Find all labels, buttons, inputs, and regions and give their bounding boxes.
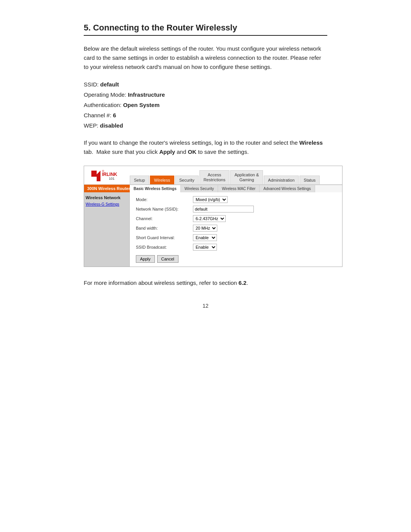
logo-area: IRLINK ® 101 — [84, 168, 130, 184]
mode-select[interactable]: Mixed (n/g/b) — [193, 196, 228, 203]
settings-block: SSID: default Operating Mode: Infrastruc… — [84, 79, 327, 131]
mode-row: Mode: Mixed (n/g/b) — [136, 196, 336, 203]
tab-setup[interactable]: Setup — [130, 176, 149, 184]
intro-paragraph: Below are the default wireless settings … — [84, 44, 327, 72]
auth-value: Open System — [123, 102, 159, 108]
sub-tab-wireless-security[interactable]: Wireless Security — [181, 185, 218, 192]
wep-label: WEP: — [84, 122, 100, 129]
guard-interval-select[interactable]: Enable Disable — [193, 234, 217, 241]
svg-text:®: ® — [102, 169, 104, 173]
svg-marker-0 — [91, 171, 100, 181]
tab-administration[interactable]: Administration — [264, 176, 299, 184]
ui-main-area: Wireless Network Wireless-G Settings Mod… — [84, 192, 342, 267]
tab-security[interactable]: Security — [175, 176, 199, 184]
ok-bold: OK — [188, 149, 196, 155]
router-name-label: 300N Wireless Router — [84, 185, 130, 192]
svg-text:101: 101 — [109, 177, 115, 181]
channel-label: Channel #: — [84, 112, 113, 118]
mode-field-label: Mode: — [136, 197, 193, 202]
apply-button[interactable]: Apply — [136, 255, 155, 263]
page-number: 12 — [84, 303, 327, 309]
bandwidth-select[interactable]: 20 MHz 40 MHz — [193, 225, 217, 232]
guard-interval-label: Short Guard Interval: — [136, 235, 193, 240]
cancel-button[interactable]: Cancel — [157, 255, 178, 263]
ui-content-area: Mode: Mixed (n/g/b) Network Name (SSID):… — [130, 192, 342, 267]
channel-row: Channel: 6-2.437GHz — [136, 215, 336, 222]
router-ui-screenshot: IRLINK ® 101 Setup Wireless Security Acc… — [84, 166, 342, 267]
ssid-label: SSID: — [84, 81, 100, 88]
ssid-broadcast-select[interactable]: Enable Disable — [193, 244, 217, 251]
sub-tabs: Basic Wireless Settings Wireless Securit… — [130, 185, 342, 192]
ssid-field-label: Network Name (SSID): — [136, 207, 193, 211]
outro-section-bold: 6.2 — [239, 280, 247, 286]
bandwidth-field-label: Band width: — [136, 226, 193, 230]
page-title: 5. Connecting to the Router Wirelessly — [84, 23, 327, 36]
channel-field-label: Channel: — [136, 216, 193, 221]
outro-end: . — [247, 280, 248, 286]
wireless-bold: Wireless — [299, 139, 323, 146]
mode-line: Operating Mode: Infrastructure — [84, 89, 327, 100]
apply-bold: Apply — [159, 149, 175, 155]
tab-application-gaming[interactable]: Application &Gaming — [230, 170, 263, 184]
bandwidth-row: Band width: 20 MHz 40 MHz — [136, 225, 336, 232]
sidebar-link-wireless-g[interactable]: Wireless-G Settings — [86, 202, 128, 206]
page-container: 5. Connecting to the Router Wirelessly B… — [57, 0, 354, 532]
ssid-row: Network Name (SSID): — [136, 206, 336, 212]
ssid-broadcast-label: SSID Broadcast: — [136, 245, 193, 249]
channel-select[interactable]: 6-2.437GHz — [193, 215, 226, 222]
channel-line: Channel #: 6 — [84, 110, 327, 120]
middle-paragraph: If you want to change the router's wirel… — [84, 138, 327, 157]
auth-line: Authentication: Open System — [84, 100, 327, 110]
channel-value: 6 — [113, 112, 116, 118]
tab-wireless[interactable]: Wireless — [150, 176, 174, 184]
button-row: Apply Cancel — [136, 255, 336, 263]
outro-text: For more information about wireless sett… — [84, 280, 239, 286]
nav-tabs: Setup Wireless Security AccessRestrictio… — [130, 168, 342, 184]
sub-tab-basic-wireless[interactable]: Basic Wireless Settings — [130, 185, 181, 192]
wep-line: WEP: disabled — [84, 120, 327, 131]
ssid-input[interactable] — [193, 206, 254, 212]
guard-interval-row: Short Guard Interval: Enable Disable — [136, 234, 336, 241]
airlink-logo: IRLINK ® 101 — [90, 169, 124, 183]
svg-text:IRLINK: IRLINK — [102, 172, 117, 177]
tab-status[interactable]: Status — [299, 176, 320, 184]
ssid-value: default — [100, 81, 119, 88]
auth-label: Authentication: — [84, 102, 123, 108]
outro-paragraph: For more information about wireless sett… — [84, 278, 327, 288]
sidebar-section-title: Wireless Network — [86, 195, 128, 200]
mode-value: Infrastructure — [128, 91, 165, 98]
ui-sidebar: Wireless Network Wireless-G Settings — [84, 192, 130, 267]
sub-tab-advanced-wireless[interactable]: Advanced Wireless Settings — [260, 185, 315, 192]
sub-nav-bar: 300N Wireless Router Basic Wireless Sett… — [84, 185, 342, 192]
wep-value: disabled — [100, 122, 123, 129]
top-nav-bar: IRLINK ® 101 Setup Wireless Security Acc… — [84, 166, 342, 185]
ssid-line: SSID: default — [84, 79, 327, 89]
sub-tab-wireless-mac[interactable]: Wireless MAC Filter — [218, 185, 260, 192]
mode-label: Operating Mode: — [84, 91, 128, 98]
ssid-broadcast-row: SSID Broadcast: Enable Disable — [136, 244, 336, 251]
tab-access-restrictions[interactable]: AccessRestrictions — [199, 170, 229, 184]
